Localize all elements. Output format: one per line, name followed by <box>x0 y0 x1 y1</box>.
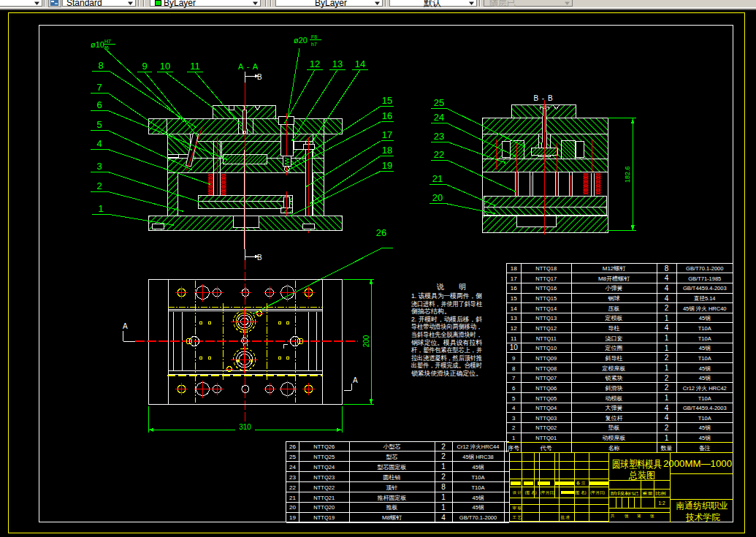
svg-text:定模座板: 定模座板 <box>602 365 626 372</box>
svg-text:型芯: 型芯 <box>386 454 398 460</box>
svg-text:型芯固定板: 型芯固定板 <box>378 464 407 471</box>
svg-text:19: 19 <box>382 160 392 171</box>
svg-text:压板: 压板 <box>608 305 620 312</box>
svg-text:重量: 重量 <box>642 491 654 495</box>
svg-text:T10A: T10A <box>472 474 485 481</box>
svg-text:4: 4 <box>96 138 102 149</box>
svg-text:ByLayer: ByLayer <box>315 0 347 8</box>
svg-text:NTTQ14: NTTQ14 <box>535 305 557 312</box>
svg-text:张: 张 <box>650 514 654 519</box>
svg-text:1: 1 <box>665 334 669 342</box>
svg-text:21: 21 <box>432 173 443 184</box>
svg-text:比例: 比例 <box>655 491 666 496</box>
svg-text:出塑件，开模完成。合模时: 出塑件，开模完成。合模时 <box>411 362 482 369</box>
svg-text:2: 2 <box>441 452 446 460</box>
svg-text:45钢: 45钢 <box>473 495 484 501</box>
svg-text:NTTQ15: NTTQ15 <box>535 295 557 302</box>
svg-text:19: 19 <box>289 514 296 521</box>
svg-text:2: 2 <box>441 473 446 481</box>
svg-text:导柱: 导柱 <box>608 325 620 332</box>
svg-text:4: 4 <box>665 324 669 332</box>
svg-text:斜滑块: 斜滑块 <box>606 385 623 392</box>
svg-text:4: 4 <box>665 404 669 412</box>
svg-text:NTTQ08: NTTQ08 <box>535 365 557 372</box>
svg-text:25: 25 <box>434 97 444 108</box>
svg-text:F8: F8 <box>311 34 317 39</box>
svg-text:T10A: T10A <box>698 395 711 402</box>
svg-text:1: 1 <box>441 503 446 511</box>
svg-text:说 明: 说 明 <box>436 283 466 291</box>
svg-text:NTTQ04: NTTQ04 <box>535 405 557 411</box>
svg-text:B: B <box>257 254 262 262</box>
svg-text:GB/T70.1-2000: GB/T70.1-2000 <box>459 514 497 521</box>
svg-text:圆柱销: 圆柱销 <box>383 474 401 481</box>
svg-text:T10A: T10A <box>698 415 711 422</box>
svg-text:21: 21 <box>289 495 296 501</box>
svg-text:NTTQ16: NTTQ16 <box>535 285 557 292</box>
svg-text:小弹簧: 小弹簧 <box>606 285 623 292</box>
svg-text:NTTQ21: NTTQ21 <box>313 495 335 501</box>
svg-text:1: 1 <box>665 344 669 352</box>
svg-text:推杆固定板: 推杆固定板 <box>378 495 407 501</box>
svg-text:1: 1 <box>665 314 669 322</box>
svg-text:锁紧块: 锁紧块 <box>605 375 623 381</box>
svg-text:B - B: B - B <box>533 94 553 102</box>
svg-text:钢球定位。模具设有拉料: 钢球定位。模具设有拉料 <box>411 339 482 346</box>
svg-text:NTTQ25: NTTQ25 <box>313 454 335 460</box>
svg-text:2: 2 <box>665 304 669 312</box>
svg-text:第: 第 <box>637 514 641 518</box>
svg-text:顶针: 顶针 <box>386 484 398 491</box>
svg-text:GB/T71-1985: GB/T71-1985 <box>688 275 721 282</box>
svg-text:NTTQ05: NTTQ05 <box>535 395 557 402</box>
svg-text:Standard: Standard <box>66 0 102 8</box>
svg-text:23: 23 <box>434 131 444 142</box>
svg-text:4: 4 <box>665 284 669 292</box>
svg-text:NTTQ10: NTTQ10 <box>535 345 557 351</box>
svg-text:45钢: 45钢 <box>699 435 711 441</box>
svg-text:M8开槽螺钉: M8开槽螺钉 <box>598 275 630 282</box>
svg-text:NTTQ24: NTTQ24 <box>313 464 335 471</box>
svg-text:45钢: 45钢 <box>699 375 711 381</box>
svg-text:7: 7 <box>96 82 102 93</box>
svg-text:8: 8 <box>512 365 516 372</box>
svg-text:A: A <box>353 376 358 384</box>
svg-text:45钢: 45钢 <box>473 504 484 511</box>
svg-text:(年月日): (年月日) <box>590 490 605 495</box>
svg-text:(年月日): (年月日) <box>541 490 555 495</box>
svg-text:浇口进料，并使用了斜导柱: 浇口进料，并使用了斜导柱 <box>411 300 483 308</box>
svg-text:11: 11 <box>190 61 200 72</box>
svg-text:NTTQ03: NTTQ03 <box>535 415 557 422</box>
svg-text:1: 1 <box>512 435 516 441</box>
svg-text:NTTQ02: NTTQ02 <box>535 424 557 431</box>
svg-text:2. 开模时，动模后移，斜: 2. 开模时，动模后移，斜 <box>411 316 482 323</box>
svg-text:定位圈: 定位圈 <box>605 345 623 351</box>
svg-text:6: 6 <box>96 99 102 110</box>
svg-text:A: A <box>123 322 128 330</box>
svg-text:M12螺钉: M12螺钉 <box>603 265 626 272</box>
svg-text:(签 名): (签 名) <box>525 490 537 495</box>
svg-text:3: 3 <box>96 161 102 172</box>
svg-text:4: 4 <box>665 414 669 422</box>
svg-text:直径5.14: 直径5.14 <box>693 295 716 302</box>
svg-text:10: 10 <box>160 61 170 72</box>
svg-text:45钢: 45钢 <box>473 464 484 471</box>
svg-text:GB/T4459.4-2003: GB/T4459.4-2003 <box>683 285 727 292</box>
svg-text:技术学院: 技术学院 <box>685 512 720 522</box>
svg-text:(签 名): (签 名) <box>575 490 587 495</box>
svg-text:随层已: 随层已 <box>489 0 516 8</box>
svg-text:NTTQ01: NTTQ01 <box>535 435 557 441</box>
svg-text:NTTQ18: NTTQ18 <box>535 265 557 272</box>
svg-text:ByLayer: ByLayer <box>164 0 196 8</box>
svg-text:名称: 名称 <box>608 445 620 452</box>
svg-text:浇口套: 浇口套 <box>606 335 623 342</box>
svg-text:B: B <box>257 73 262 81</box>
svg-text:1: 1 <box>665 434 669 442</box>
svg-text:1. 该模具为一模两件，侧: 1. 该模具为一模两件，侧 <box>411 292 482 300</box>
svg-text:5: 5 <box>96 119 102 130</box>
svg-text:8: 8 <box>441 483 446 491</box>
svg-text:h7: h7 <box>311 42 317 47</box>
svg-text:17: 17 <box>511 275 517 282</box>
svg-text:ø10: ø10 <box>91 40 104 49</box>
svg-text:ø20: ø20 <box>294 36 308 45</box>
svg-text:T10A: T10A <box>698 325 711 332</box>
